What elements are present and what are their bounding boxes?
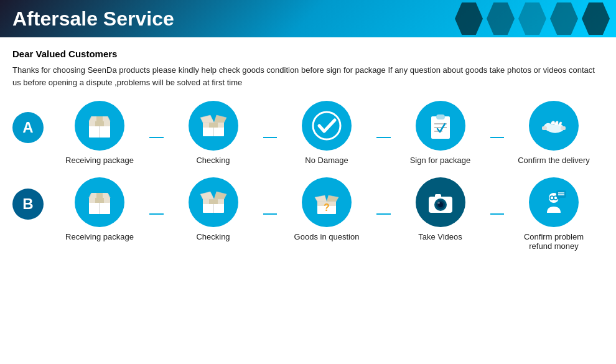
step-a2: Checking — [164, 101, 263, 165]
step-b3: ? Goods in question — [277, 177, 376, 241]
svg-text:?: ? — [324, 202, 330, 213]
step-a1: Receiving package — [50, 101, 149, 165]
step-a5: Confirm the delivery — [504, 101, 604, 165]
step-a2-icon — [189, 101, 238, 151]
step-a3-label: No Damage — [305, 156, 348, 165]
sign-package-icon — [425, 110, 456, 141]
step-b1: Receiving package — [50, 177, 149, 241]
svg-marker-36 — [214, 192, 226, 199]
svg-marker-13 — [214, 115, 226, 123]
step-b3-label: Goods in question — [294, 232, 360, 241]
svg-rect-21 — [542, 126, 547, 130]
hex-3 — [518, 2, 546, 35]
step-b2-icon — [189, 177, 238, 227]
package-icon-b1 — [84, 187, 115, 218]
svg-rect-30 — [96, 193, 103, 198]
svg-marker-35 — [200, 192, 214, 199]
connector-b1 — [149, 213, 164, 215]
handshake-icon — [538, 110, 569, 141]
checking-icon-a — [198, 110, 229, 141]
connector-a1 — [149, 137, 164, 138]
step-b2-label: Checking — [196, 232, 230, 241]
hex-4 — [550, 2, 578, 35]
content: Dear Valued Customers Thanks for choosin… — [0, 37, 616, 269]
step-b3-icon: ? — [302, 177, 352, 227]
svg-marker-39 — [315, 195, 327, 202]
svg-rect-26 — [95, 198, 104, 203]
svg-rect-46 — [435, 194, 441, 198]
connector-b4 — [490, 213, 505, 215]
step-a1-icon — [75, 101, 124, 151]
page-title: Aftersale Service — [12, 7, 174, 30]
step-b5-icon — [529, 177, 579, 227]
step-a4: Sign for package — [391, 101, 490, 165]
connector-a3 — [376, 137, 391, 138]
badge-b: B — [12, 189, 44, 220]
step-a3: No Damage — [277, 101, 376, 165]
svg-rect-16 — [436, 114, 445, 119]
svg-point-14 — [313, 112, 340, 139]
step-b2: Checking — [164, 177, 263, 241]
connector-b2 — [263, 213, 278, 215]
step-b4-icon — [416, 177, 465, 227]
svg-rect-11 — [209, 123, 218, 128]
svg-point-47 — [437, 202, 440, 204]
svg-rect-52 — [556, 190, 566, 198]
connector-a2 — [263, 137, 278, 138]
greeting-text: Dear Valued Customers — [12, 49, 604, 59]
step-a2-label: Checking — [196, 156, 230, 165]
question-box-icon: ? — [311, 187, 342, 218]
steps-row-b: Receiving package Checking — [50, 177, 604, 251]
hex-1 — [455, 2, 483, 35]
hex-2 — [487, 2, 515, 35]
camera-icon — [425, 187, 456, 218]
checking-icon-b — [198, 187, 229, 218]
step-b1-icon — [75, 177, 124, 227]
step-a5-label: Confirm the delivery — [518, 156, 590, 165]
description-text: Thanks for choosing SeenDa products plea… — [12, 64, 604, 88]
step-b4-label: Take Videos — [418, 232, 462, 241]
svg-rect-7 — [96, 116, 103, 121]
hex-5 — [582, 2, 610, 35]
svg-marker-40 — [327, 195, 338, 202]
step-b1-label: Receiving package — [65, 232, 134, 241]
step-a4-label: Sign for package — [410, 156, 471, 165]
checkmark-icon — [311, 110, 342, 141]
connector-b3 — [376, 213, 391, 215]
connector-a4 — [490, 137, 505, 138]
hex-decoration — [429, 0, 616, 37]
step-b4: Take Videos — [391, 177, 490, 241]
svg-rect-22 — [561, 126, 566, 130]
step-b5: Confirm problem refund money — [504, 177, 604, 251]
step-a4-icon — [416, 101, 465, 151]
refund-icon — [538, 187, 569, 218]
svg-marker-12 — [200, 115, 214, 123]
flow-row-a: A — [12, 101, 604, 165]
package-icon-a1 — [84, 110, 115, 141]
header: Aftersale Service — [0, 0, 616, 37]
step-a3-icon — [302, 101, 352, 151]
step-b5-label: Confirm problem refund money — [524, 232, 584, 251]
step-a5-icon — [529, 101, 579, 151]
flow-row-b: B Receiving package — [12, 177, 604, 251]
svg-rect-3 — [95, 121, 104, 126]
badge-a: A — [12, 112, 44, 143]
step-a1-label: Receiving package — [65, 156, 134, 165]
steps-row-a: Receiving package — [50, 101, 604, 165]
svg-rect-34 — [209, 199, 218, 204]
